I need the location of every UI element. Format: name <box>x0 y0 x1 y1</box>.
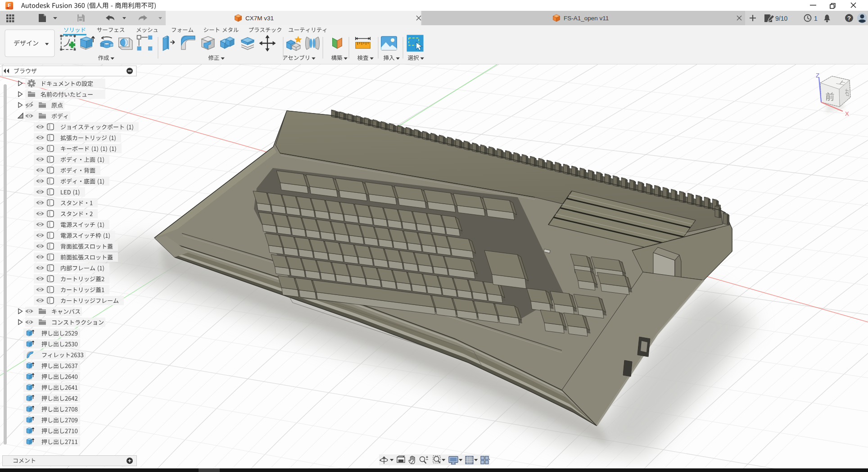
svg-text:CX7M v31: CX7M v31 <box>245 15 274 22</box>
svg-text:9/10: 9/10 <box>775 15 787 22</box>
svg-text:?: ? <box>847 15 851 22</box>
svg-text:Z: Z <box>816 72 819 79</box>
svg-text:1: 1 <box>814 15 818 22</box>
svg-text:X: X <box>845 110 849 117</box>
svg-text:FS-A1_open v11: FS-A1_open v11 <box>564 15 609 22</box>
